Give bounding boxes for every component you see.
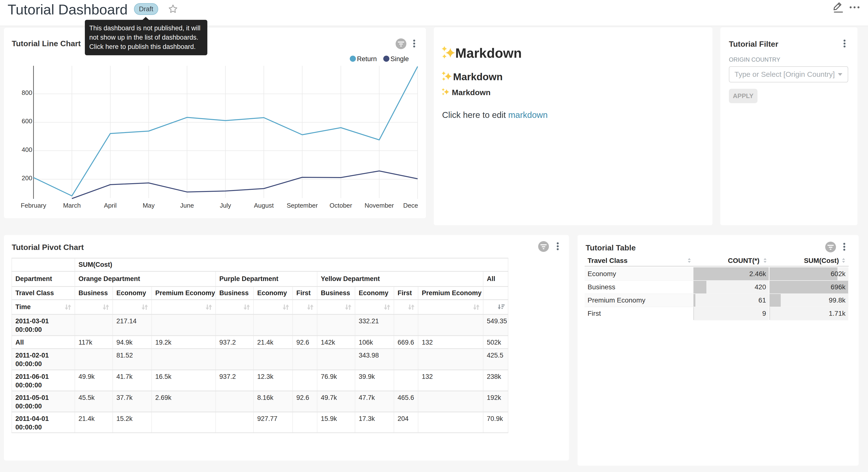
- svg-text:August: August: [254, 202, 274, 209]
- svg-text:Single: Single: [391, 55, 409, 63]
- svg-text:July: July: [220, 202, 231, 209]
- svg-text:March: March: [63, 202, 81, 209]
- svg-text:Return: Return: [357, 55, 377, 63]
- svg-text:September: September: [286, 202, 318, 209]
- svg-text:800: 800: [22, 89, 32, 96]
- svg-text:December: December: [403, 202, 418, 209]
- svg-text:June: June: [180, 202, 194, 209]
- svg-text:February: February: [21, 202, 46, 209]
- svg-text:November: November: [365, 202, 394, 209]
- svg-text:200: 200: [22, 174, 32, 182]
- svg-text:October: October: [330, 202, 352, 209]
- svg-text:400: 400: [22, 146, 32, 153]
- svg-text:May: May: [143, 202, 155, 209]
- svg-text:600: 600: [22, 117, 32, 125]
- svg-text:April: April: [104, 202, 117, 209]
